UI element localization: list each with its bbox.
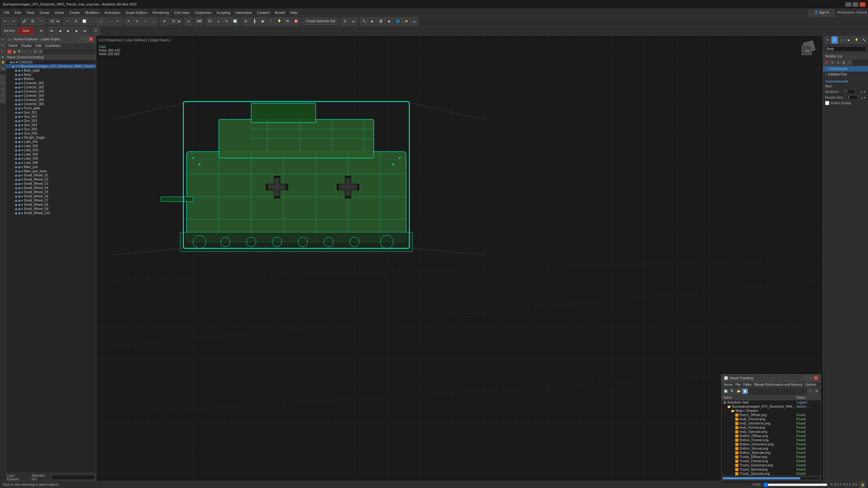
scene-item-gun-002[interactable]: ◉ ◉ ■ Gun_002: [6, 115, 96, 119]
asset-item[interactable]: 🟧 Trucks_Specular.png Found: [721, 471, 821, 476]
scene-item-front-plate[interactable]: ◉ ◉ ■ Front_plate: [6, 106, 96, 110]
se-add-btn[interactable]: +: [23, 50, 27, 54]
iterations-spin[interactable]: ▲▼: [860, 90, 866, 94]
select-move-button[interactable]: ✛: [125, 18, 132, 25]
scene-item-small-wheel-01[interactable]: ◉ ◉ ■ Small_Wheel_01: [6, 173, 96, 177]
at-highlight-btn[interactable]: 📋: [742, 388, 748, 394]
menu-group[interactable]: Group: [37, 10, 52, 15]
se-menu-select[interactable]: Select: [8, 44, 18, 47]
prev-frame-button[interactable]: ◀: [56, 27, 64, 35]
create-selection-set-button[interactable]: Create Selection Set: [303, 18, 338, 25]
rect-select-button[interactable]: ⬜: [81, 18, 88, 25]
key-filters-button[interactable]: ⚙: [37, 27, 45, 35]
unlink-button[interactable]: ⛓: [29, 18, 36, 25]
menu-create[interactable]: Create: [66, 10, 82, 15]
pin-stack-btn[interactable]: 📌: [824, 60, 829, 65]
utilities-tab[interactable]: 🔧: [860, 36, 867, 44]
iterations-input[interactable]: [844, 89, 856, 94]
align-button[interactable]: ▐: [250, 18, 258, 25]
motion-panel-tab[interactable]: ▶: [0, 54, 5, 59]
asset-item[interactable]: 🏛 Autodesk Vault Logged...: [721, 400, 821, 404]
undo-button[interactable]: ↩: [1, 18, 9, 25]
circle-select-button[interactable]: ○: [89, 18, 96, 25]
at-find-btn[interactable]: 🔍: [729, 388, 735, 394]
ram-player-button[interactable]: 📺: [411, 18, 418, 25]
scene-item-back-plate[interactable]: ◉ ◉ ■ Back_plate: [6, 68, 96, 72]
quick-render-button[interactable]: 🖼: [377, 18, 385, 25]
at-settings-btn[interactable]: ⚙: [814, 388, 819, 394]
select-tool[interactable]: ↖: [0, 75, 5, 80]
timeline-scrubber[interactable]: [763, 482, 828, 487]
spinner-snap-button[interactable]: 🔄: [231, 18, 239, 25]
selection-set-input[interactable]: [52, 475, 95, 480]
menu-scripting[interactable]: Scripting: [214, 10, 233, 15]
scale-tool[interactable]: ⤡: [0, 92, 5, 97]
normal-align-button[interactable]: ⊤: [267, 18, 275, 25]
asset-item[interactable]: 🟧 body_Specular.png Found: [721, 430, 821, 434]
create-panel-tab[interactable]: ✦: [0, 37, 5, 42]
modify-tab[interactable]: ⚙: [831, 36, 838, 44]
se-menu-edit[interactable]: Edit: [36, 44, 41, 47]
bind-to-space-warp[interactable]: 〰: [37, 18, 45, 25]
at-refresh-btn[interactable]: 🔄: [723, 388, 728, 394]
menu-customize[interactable]: Customize: [192, 10, 214, 15]
display-tab[interactable]: 💡: [853, 36, 860, 44]
turbosmooth-modifier-item[interactable]: ● TurboSmooth: [823, 66, 868, 72]
menu-help[interactable]: Help: [288, 10, 300, 15]
scene-item-body[interactable]: ◉ ◉ ■ Body: [6, 72, 96, 77]
modify-panel-tab[interactable]: ⚙: [0, 42, 5, 48]
scene-item-small-wheel-04[interactable]: ◉ ◉ ■ Small_Wheel_04: [6, 186, 96, 190]
paint-tool[interactable]: ✏: [0, 98, 5, 103]
render-iters-spin[interactable]: ▲▼: [860, 96, 866, 99]
object-name-input[interactable]: [825, 46, 866, 52]
ref-coord-button[interactable]: ⊕: [160, 18, 168, 25]
show-all-btn[interactable]: ☰: [830, 60, 835, 65]
menu-modifiers[interactable]: Modifiers: [82, 10, 102, 15]
select-object-button[interactable]: ↖: [64, 18, 71, 25]
scene-explorer-maximize[interactable]: □: [84, 37, 88, 41]
scene-item-small-wheel-03[interactable]: ◉ ◉ ■ Small_Wheel_03: [6, 182, 96, 186]
fence-select-button[interactable]: ⬡: [97, 18, 105, 25]
scene-explorer-minimize[interactable]: −: [79, 37, 83, 41]
se-list-btn[interactable]: ☰: [33, 50, 37, 54]
scene-item-main-gun-base[interactable]: ◉ ◉ ■ Main_gun_base: [6, 169, 96, 173]
render-setup-button[interactable]: 🔧: [360, 18, 368, 25]
asset-item[interactable]: 🟧 Bottom_Diffuse.png Found: [721, 434, 821, 438]
at-menu-file[interactable]: File: [735, 383, 741, 386]
lasso-select-button[interactable]: ⌓: [105, 18, 113, 25]
se-lock-btn[interactable]: 🔒: [12, 50, 17, 54]
scene-item-gun-005[interactable]: ◉ ◉ ■ Gun_005: [6, 127, 96, 131]
layer-manager-button[interactable]: ☰: [341, 18, 349, 25]
asset-item[interactable]: 🟧 body_Glossiness.png Found: [721, 421, 821, 425]
se-options-btn[interactable]: ⚙: [38, 50, 42, 54]
se-menu-display[interactable]: Display: [21, 44, 32, 47]
scene-item-gun-006[interactable]: ◉ ◉ ■ Gun_006: [6, 131, 96, 135]
render-env-button[interactable]: 🌐: [394, 18, 402, 25]
asset-maximize-btn[interactable]: □: [809, 376, 813, 380]
auto-key-button[interactable]: Auto: [18, 27, 34, 35]
hierarchy-panel-tab[interactable]: ⬡: [0, 48, 5, 54]
keyboard-shortcut-button[interactable]: ⌨: [195, 18, 203, 25]
asset-close-btn[interactable]: ✕: [814, 376, 818, 380]
utilities-panel-tab[interactable]: 🔧: [0, 66, 5, 71]
scene-item-conector-003[interactable]: ◉ ◉ ■ Conector_003: [6, 89, 96, 94]
scene-item-conector-005[interactable]: ◉ ◉ ■ Conector_005: [6, 98, 96, 102]
asset-item[interactable]: 🟧 body_Fresnel.png Found: [721, 417, 821, 421]
align-view-button[interactable]: ▣: [258, 18, 266, 25]
scene-item-luke-002[interactable]: ◉ ◉ ■ Luke_002: [6, 144, 96, 148]
se-menu-customize[interactable]: Customize: [45, 44, 60, 47]
create-tab[interactable]: ✦: [824, 36, 831, 44]
mirror-button[interactable]: ⊟: [242, 18, 250, 25]
menu-file[interactable]: File: [1, 10, 12, 15]
scene-item-main-object[interactable]: ◉ ▼ ■ Sturmpanzerwagen_A7V_Deutscher_WW1…: [6, 64, 96, 68]
time-config-button[interactable]: ⏱: [92, 27, 100, 35]
paint-select-button[interactable]: ✏: [114, 18, 122, 25]
move-tool[interactable]: ✛: [0, 80, 5, 86]
material-editor-button[interactable]: ◉: [385, 18, 393, 25]
asset-item[interactable]: 🟧 body_Normal.png Found: [721, 425, 821, 430]
asset-item[interactable]: 🟧 Trucks_Normal.png Found: [721, 467, 821, 471]
align-camera-button[interactable]: 📷: [284, 18, 291, 25]
scene-explorer-close[interactable]: ✕: [89, 37, 93, 41]
lock-selection-btn[interactable]: 🔒: [860, 482, 865, 488]
menu-arnold[interactable]: Arnold: [272, 10, 288, 15]
